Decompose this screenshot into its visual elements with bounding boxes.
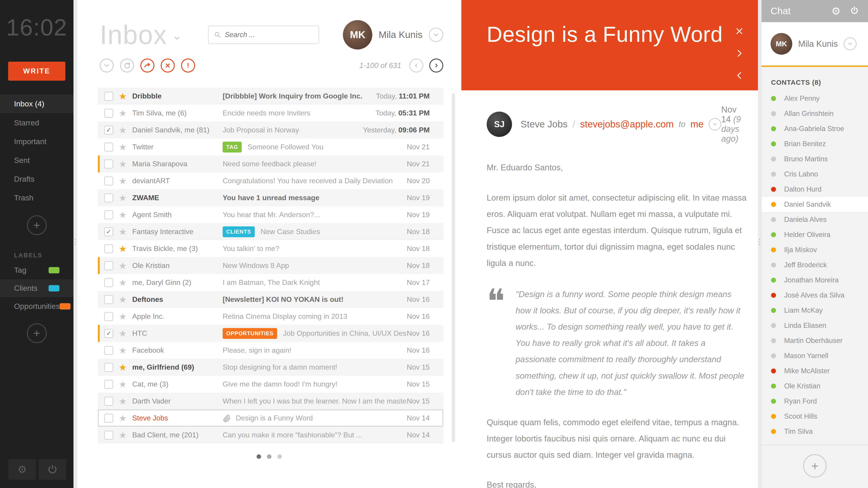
checkbox[interactable] (104, 210, 113, 219)
contact-item-bruno-martins[interactable]: Bruno Martins (762, 151, 868, 166)
checkbox[interactable] (104, 244, 113, 253)
contact-item-linda-eliasen[interactable]: Linda Eliasen (762, 318, 868, 333)
search-box[interactable] (208, 26, 319, 44)
contact-item-daniel-sandvik[interactable]: Daniel Sandvik (762, 197, 868, 212)
star-icon[interactable]: ★ (113, 294, 132, 305)
email-row[interactable]: ★Maria SharapovaNeed some feedback pleas… (98, 156, 443, 172)
email-row[interactable]: ★FacebookPlease, sign in again!Nov 16 (98, 342, 443, 359)
contact-item-ole-kristian[interactable]: Ole Kristian (762, 379, 868, 394)
star-icon[interactable]: ★ (113, 91, 132, 101)
email-row[interactable]: ✓★Daniel Sandvik, me (81)Job Proposal in… (98, 122, 443, 138)
checkbox[interactable] (104, 109, 113, 118)
checkbox[interactable] (104, 142, 113, 152)
checkbox[interactable] (104, 431, 113, 440)
refresh-button[interactable] (120, 59, 134, 72)
panel-resize-handle-left[interactable]: ⋮ (73, 0, 77, 488)
email-row[interactable]: ✓★Fantasy InteractiveCLIENTSNew Case Stu… (98, 223, 443, 240)
sidebar-item-drafts[interactable]: Drafts (0, 170, 73, 188)
contact-item-liam-mckay[interactable]: Liam McKay (762, 303, 868, 318)
checkbox[interactable] (104, 160, 113, 168)
checkbox[interactable] (104, 261, 113, 270)
page-dot[interactable] (277, 454, 282, 459)
logout-button[interactable] (39, 459, 66, 480)
star-icon[interactable]: ★ (113, 243, 132, 254)
add-contact-button[interactable]: + (803, 454, 827, 478)
panel-resize-handle-right[interactable]: ⋮ (758, 0, 762, 488)
contact-item-mason-yarnell[interactable]: Mason Yarnell (762, 348, 868, 363)
list-scrollbar[interactable] (452, 93, 455, 442)
star-icon[interactable]: ★ (113, 311, 132, 322)
star-icon[interactable]: ★ (113, 430, 132, 440)
add-folder-button[interactable]: + (27, 215, 47, 235)
contact-item-allan-grinshtein[interactable]: Allan Grinshtein (762, 106, 868, 121)
search-input[interactable] (225, 31, 313, 39)
next-message-icon[interactable] (735, 48, 744, 58)
sidebar-item-starred[interactable]: Starred (0, 113, 73, 132)
next-page-button[interactable] (429, 59, 443, 72)
checkbox[interactable] (104, 312, 113, 321)
star-icon[interactable]: ★ (113, 125, 132, 135)
star-icon[interactable]: ★ (113, 210, 132, 220)
message-details-button[interactable] (709, 118, 721, 131)
contact-item-jeff-broderick[interactable]: Jeff Broderick (762, 257, 868, 272)
checkbox[interactable] (104, 414, 113, 423)
page-dots[interactable] (77, 454, 461, 459)
contact-item-martin-oberh-user[interactable]: Martin Oberhäuser (762, 333, 868, 348)
star-icon[interactable]: ★ (113, 142, 132, 152)
previous-message-icon[interactable] (735, 70, 744, 80)
checkbox[interactable] (104, 193, 113, 202)
email-row[interactable]: ★Apple Inc.Retina Cinema Display coming … (98, 308, 443, 325)
contact-item-mike-mcalister[interactable]: Mike McAlister (762, 363, 868, 379)
email-row[interactable]: ★Dribbble[Dribbble] Work Inquiry from Go… (98, 88, 443, 105)
contact-item-dalton-hurd[interactable]: Dalton Hurd (762, 182, 868, 197)
settings-button[interactable]: ⚙ (8, 459, 36, 480)
add-label-button[interactable]: + (27, 323, 47, 343)
email-row[interactable]: ★Travis Bickle, me (3)You talkin' to me?… (98, 240, 443, 257)
forward-button[interactable] (141, 59, 154, 72)
checkbox[interactable] (104, 346, 113, 355)
email-row[interactable]: ★me, Girlfriend (69)Stop designing for a… (98, 359, 443, 376)
email-row[interactable]: ★Darth VaderWhen I left you I was but th… (98, 393, 443, 410)
page-dot[interactable] (256, 454, 261, 459)
email-row[interactable]: ★deviantARTCongratulations! You have rec… (98, 172, 443, 189)
chat-settings-icon[interactable]: ⚙ (831, 6, 841, 16)
email-row[interactable]: ★Cat, me (3)Give me the damn food! I'm h… (98, 376, 443, 393)
email-row[interactable]: ★Ole KristianNew Windows 8 AppNov 18 (98, 257, 443, 274)
contact-item-jonathan-moreira[interactable]: Jonathan Moreira (762, 272, 868, 288)
star-icon[interactable]: ★ (113, 278, 132, 288)
email-row[interactable]: ★Bad Client, me (201)Can you make it mor… (98, 427, 443, 444)
label-item-tag[interactable]: Tag (0, 261, 73, 279)
star-icon[interactable]: ★ (113, 379, 132, 390)
label-item-clients[interactable]: Clients (0, 279, 73, 297)
sender-email[interactable]: stevejobs@apple.com (580, 119, 674, 130)
star-icon[interactable]: ★ (113, 345, 132, 356)
checkbox[interactable] (104, 295, 113, 304)
star-icon[interactable]: ★ (113, 328, 132, 339)
email-row[interactable]: ★ZWAMEYou have 1 unread messageNov 19 (98, 189, 443, 206)
contact-item-tim-silva[interactable]: Tim Silva (762, 424, 868, 439)
title-dropdown-icon[interactable] (173, 34, 181, 42)
chat-user-avatar[interactable]: MK (771, 33, 792, 55)
contact-item-helder-oliveira[interactable]: Helder Oliveira (762, 227, 868, 242)
sidebar-item-trash[interactable]: Trash (0, 188, 73, 207)
checkbox[interactable] (104, 92, 113, 101)
star-icon[interactable]: ★ (113, 108, 132, 119)
contact-item-jos-alves-da-silva[interactable]: José Alves da Silva (762, 288, 868, 303)
chat-power-icon[interactable] (850, 6, 859, 16)
star-icon[interactable]: ★ (113, 413, 132, 423)
contact-item-ilja-miskov[interactable]: Ilja Miskov (762, 242, 868, 257)
chat-status-button[interactable] (844, 37, 857, 51)
close-message-icon[interactable] (735, 26, 744, 36)
contact-item-ryan-ford[interactable]: Ryan Ford (762, 394, 868, 409)
sidebar-item-sent[interactable]: Sent (0, 151, 73, 170)
select-menu-button[interactable] (100, 59, 114, 72)
email-row[interactable]: ★TwitterTAGSomeone Followed YouNov 21 (98, 138, 443, 156)
email-row[interactable]: ★Tim Silva, me (6)Encide needs more Invi… (98, 105, 443, 122)
star-icon[interactable]: ★ (113, 362, 132, 372)
recipient[interactable]: me (690, 119, 704, 130)
contact-item-scoot-hills[interactable]: Scoot Hills (762, 409, 868, 424)
label-item-opportunities[interactable]: Opportunities (0, 297, 73, 315)
user-menu-button[interactable] (429, 28, 443, 42)
checkbox[interactable]: ✓ (104, 329, 113, 338)
checkbox[interactable]: ✓ (104, 126, 113, 135)
